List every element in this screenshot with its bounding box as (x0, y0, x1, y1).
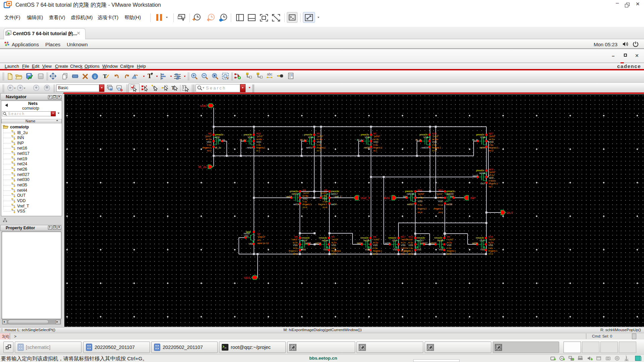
svg-text:l=1u: l=1u (323, 200, 327, 203)
svg-text:M26: M26 (256, 132, 261, 135)
svg-text:pmos3v: pmos3v (476, 169, 484, 172)
svg-text:l=3u: l=3u (489, 144, 493, 146)
svg-text:w=5u: w=5u (437, 196, 443, 199)
svg-text:fingers:1: fingers:1 (432, 146, 441, 149)
svg-text:"pnp10": "pnp10" (257, 236, 266, 238)
svg-text:M3: M3 (317, 132, 320, 135)
svg-text:net19: net19 (293, 203, 299, 205)
svg-text:m=4: m=4 (323, 206, 327, 208)
svg-text:m:1: m:1 (373, 149, 377, 152)
svg-text:VSS: VSS (323, 248, 328, 251)
svg-text:w:2u: w:2u (292, 241, 298, 244)
svg-text:l=2u: l=2u (447, 247, 451, 249)
svg-text:net24: net24 (331, 203, 337, 205)
svg-text:w=5u: w=5u (302, 195, 308, 197)
svg-text:m=2: m=2 (293, 253, 298, 255)
svg-text:w=5u: w=5u (417, 196, 423, 199)
svg-text:m=2: m=2 (447, 253, 451, 255)
svg-text:m:1: m:1 (401, 253, 405, 255)
svg-text:M5: M5 (324, 189, 327, 191)
svg-text:m=2: m=2 (207, 149, 212, 152)
svg-text:fingers:1: fingers:1 (488, 250, 497, 252)
svg-text:w:2u: w:2u (331, 241, 336, 244)
svg-text:IB_2u: IB_2u (219, 139, 225, 141)
svg-text:net16: net16 (286, 195, 292, 198)
svg-text:"pch3": "pch3" (489, 171, 496, 174)
svg-text:VDD: VDD (303, 197, 308, 200)
svg-text:net26: net26 (384, 242, 390, 244)
svg-text:nmos3v: nmos3v (388, 237, 396, 239)
svg-text:net24: net24 (357, 242, 363, 244)
svg-text:l=3u: l=3u (432, 144, 437, 146)
svg-text:VDD: VDD (480, 136, 485, 138)
svg-text:w=3u: w=3u (256, 138, 262, 140)
svg-text:m:1: m:1 (257, 239, 261, 241)
svg-text:nmos3v: nmos3v (360, 237, 369, 239)
svg-text:VSS: VSS (365, 248, 370, 251)
svg-text:l=2u: l=2u (488, 247, 493, 249)
svg-text:net44: net44 (479, 146, 485, 149)
svg-text:net44: net44 (479, 172, 485, 174)
svg-text:M11: M11 (418, 189, 422, 191)
svg-text:M2: M2 (208, 132, 212, 135)
svg-text:IB_2u: IB_2u (416, 139, 422, 141)
svg-text:net16: net16 (244, 232, 250, 235)
svg-text:fingers:1: fingers:1 (373, 250, 382, 252)
svg-text:net36: net36 (446, 203, 452, 205)
svg-text:net030: net030 (446, 193, 454, 195)
svg-text:l=1u: l=1u (438, 204, 443, 206)
svg-text:net26: net26 (472, 175, 478, 177)
svg-text:l=2u: l=2u (373, 247, 378, 249)
svg-text:pmos3v: pmos3v (215, 133, 224, 136)
svg-text:VSS: VSS (447, 244, 451, 246)
svg-text:fingersc1: fingersc1 (331, 250, 341, 252)
svg-text:w=3u: w=3u (316, 138, 322, 140)
svg-text:"nch3": "nch3" (447, 238, 454, 241)
svg-text:INN: INN (403, 195, 407, 198)
svg-text:"nch3": "nch3" (488, 238, 495, 241)
svg-text:m=4: m=4 (418, 211, 422, 214)
svg-text:OUT: OUT (506, 211, 513, 215)
svg-text:area:1e-10: area:1e-10 (257, 242, 269, 244)
svg-text:IB_2u: IB_2u (357, 139, 363, 141)
svg-text:"pch3": "pch3" (256, 135, 263, 138)
svg-text:fingers:1: fingers:1 (373, 146, 382, 149)
svg-text:m=2: m=2 (331, 253, 336, 255)
svg-text:VDD: VDD (489, 177, 494, 179)
svg-text:"nch3": "nch3" (373, 238, 380, 241)
svg-text:pmos3v: pmos3v (361, 133, 369, 136)
svg-text:m:1: m:1 (256, 149, 260, 152)
svg-text:m=2: m=2 (489, 149, 493, 152)
svg-text:net35: net35 (437, 239, 443, 242)
svg-text:IB_2u: IB_2u (215, 146, 221, 149)
svg-text:VDD: VDD (200, 104, 207, 108)
svg-text:VSS: VSS (249, 243, 253, 245)
svg-text:IB_2u: IB_2u (198, 165, 207, 169)
svg-text:w:2u: w:2u (373, 241, 378, 244)
svg-text:"nch3": "nch3" (406, 238, 413, 241)
svg-text:M12: M12 (438, 189, 443, 191)
svg-text:INP: INP (470, 196, 476, 200)
svg-text:l=500n: l=500n (489, 180, 496, 182)
svg-text:VDD: VDD (489, 141, 494, 143)
svg-text:net26: net26 (364, 146, 370, 149)
svg-text:VDD: VDD (308, 136, 313, 138)
svg-text:"pch3": "pch3" (418, 193, 425, 195)
svg-text:m=4: m=4 (438, 211, 443, 214)
svg-text:VSS: VSS (408, 244, 413, 246)
svg-text:VSS: VSS (244, 235, 249, 237)
svg-text:net36: net36 (472, 242, 478, 244)
svg-text:OUT: OUT (480, 182, 486, 185)
svg-text:pmos3v: pmos3v (476, 133, 484, 136)
svg-text:VDD: VDD (432, 141, 437, 143)
svg-text:M18: M18 (489, 168, 493, 171)
svg-text:"pch3": "pch3" (432, 135, 439, 138)
svg-text:IB_2u: IB_2u (240, 139, 246, 141)
svg-text:fingers:1: fingers:1 (256, 146, 265, 149)
svg-text:l=3u: l=3u (256, 144, 261, 146)
svg-text:w=3u: w=3u (488, 138, 494, 140)
svg-text:"nch3": "nch3" (331, 238, 338, 241)
svg-text:pmos3v: pmos3v (447, 190, 455, 193)
svg-text:INP: INP (450, 195, 454, 198)
svg-text:net18: net18 (305, 242, 311, 244)
